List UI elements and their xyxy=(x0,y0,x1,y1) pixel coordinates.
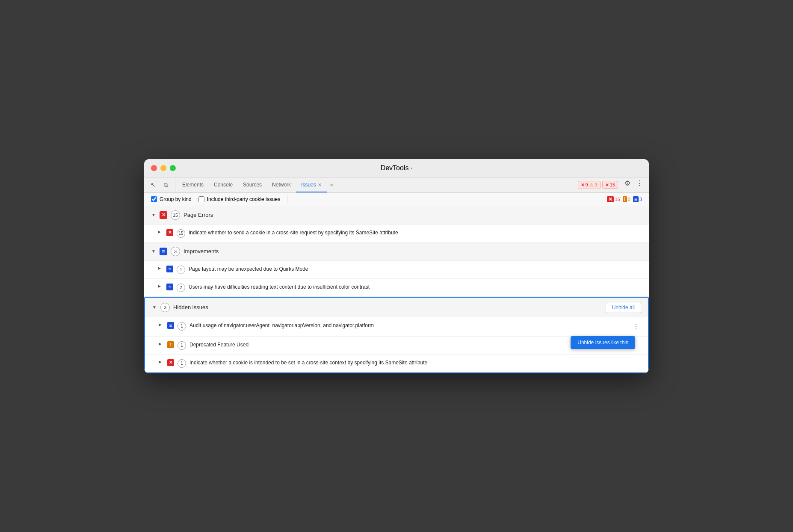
toolbar-icons: ↖ ⧉ xyxy=(148,177,175,192)
title-bar: DevTools · xyxy=(144,159,649,177)
header-badge-group: ✕ 9 ⚠ 3 ✕ 15 xyxy=(574,177,622,192)
maximize-button[interactable] xyxy=(170,165,176,171)
tab-console[interactable]: Console xyxy=(209,177,238,192)
issues-error-icon: ✕ xyxy=(605,183,609,187)
more-tabs-button[interactable]: » xyxy=(327,177,337,192)
issue-navigator-text: Audit usage of navigator.userAgent, navi… xyxy=(189,322,627,329)
page-errors-chevron: ▼ xyxy=(151,213,156,217)
tab-sources[interactable]: Sources xyxy=(238,177,267,192)
improvements-count: 3 xyxy=(171,247,180,256)
issue-row-navigator: ▶ ≡ 1 Audit usage of navigator.userAgent… xyxy=(145,317,648,337)
tab-bar: ↖ ⧉ Elements Console Sources Network Iss… xyxy=(144,177,649,193)
issue-quirks-expand[interactable]: ▶ xyxy=(158,266,163,270)
issue-quirks-info-icon: ≡ xyxy=(166,266,173,272)
header-error-badge: ✕ 9 ⚠ 3 xyxy=(578,181,601,189)
group-by-kind-input[interactable] xyxy=(151,196,157,202)
close-button[interactable] xyxy=(151,165,157,171)
third-party-checkbox[interactable]: Include third-party cookie issues xyxy=(198,196,280,202)
opt-warn-icon: ! xyxy=(623,196,627,202)
page-errors-section-header[interactable]: ▼ ✕ 15 Page Errors xyxy=(144,206,649,225)
issue-cookie-context-text: Indicate whether a cookie is intended to… xyxy=(189,359,641,366)
issue-row-cookie-context: ▶ ✕ 1 Indicate whether a cookie is inten… xyxy=(145,355,648,372)
window-title: DevTools · xyxy=(381,164,413,172)
page-errors-count: 15 xyxy=(171,210,180,220)
improvements-section-header[interactable]: ▼ ≡ 3 Improvements xyxy=(144,242,649,261)
hidden-issues-count: 3 xyxy=(160,303,170,312)
tab-close-issues[interactable]: ✕ xyxy=(318,182,322,188)
group-by-kind-checkbox[interactable]: Group by kind xyxy=(151,196,192,202)
issue-samesite-expand[interactable]: ▶ xyxy=(158,230,163,234)
issue-navigator-info-icon: ≡ xyxy=(167,322,174,329)
tab-issues[interactable]: Issues ✕ xyxy=(296,177,327,192)
warning-icon: ⚠ xyxy=(589,182,594,188)
issue-samesite-count: 15 xyxy=(177,229,185,238)
page-errors-icon: ✕ xyxy=(160,211,167,219)
unhide-issues-like-this-tooltip[interactable]: Unhide issues like this xyxy=(571,336,635,349)
hidden-issues-title: Hidden issues xyxy=(173,304,208,310)
issue-navigator-expand[interactable]: ▶ xyxy=(159,322,164,327)
issue-cookie-context-count: 1 xyxy=(178,359,186,368)
issue-samesite-text: Indicate whether to send a cookie in a c… xyxy=(189,229,642,236)
opt-info-badge: ≡ 3 xyxy=(633,196,642,202)
issue-color-contrast-text: Users may have difficulties reading text… xyxy=(189,283,642,291)
issue-row-color-contrast: ▶ ≡ 2 Users may have difficulties readin… xyxy=(144,279,649,297)
layers-icon-button[interactable]: ⧉ xyxy=(160,179,172,190)
issue-deprecated-warn-icon: ! xyxy=(167,341,174,348)
traffic-lights xyxy=(151,165,176,171)
opt-error-icon: ✕ xyxy=(607,196,614,202)
opt-error-badge: ✕ 15 xyxy=(607,196,620,202)
issue-color-contrast-count: 2 xyxy=(177,284,185,292)
issue-row-quirks: ▶ ≡ 1 Page layout may be unexpected due … xyxy=(144,261,649,279)
issue-samesite-error-icon: ✕ xyxy=(166,229,173,236)
options-badges: ✕ 15 ! 0 ≡ 3 xyxy=(607,196,642,202)
settings-button[interactable]: ⚙ xyxy=(621,177,633,189)
issue-deprecated-count: 1 xyxy=(178,341,186,350)
hidden-issues-section: ▼ 3 Hidden issues Unhide all ▶ ≡ 1 Audit… xyxy=(144,297,649,373)
hidden-issues-section-header[interactable]: ▼ 3 Hidden issues Unhide all xyxy=(145,298,648,317)
devtools-window: DevTools · ↖ ⧉ Elements Console Sources … xyxy=(144,159,649,373)
page-errors-title: Page Errors xyxy=(183,212,213,218)
tab-spacer xyxy=(336,177,574,192)
issue-color-contrast-info-icon: ≡ xyxy=(166,284,173,290)
issue-deprecated-expand[interactable]: ▶ xyxy=(159,342,164,346)
cursor-icon-button[interactable]: ↖ xyxy=(148,179,159,190)
minimize-button[interactable] xyxy=(160,165,166,171)
issue-quirks-count: 1 xyxy=(177,266,185,274)
opt-info-icon: ≡ xyxy=(633,196,639,202)
opt-warn-badge: ! 0 xyxy=(623,196,630,202)
third-party-input[interactable] xyxy=(198,196,204,202)
options-bar: Group by kind Include third-party cookie… xyxy=(144,193,649,206)
tab-elements[interactable]: Elements xyxy=(177,177,209,192)
issue-cookie-context-error-icon: ✕ xyxy=(167,359,174,366)
main-content: ▼ ✕ 15 Page Errors ▶ ✕ 15 Indicate wheth… xyxy=(144,206,649,373)
hidden-issues-chevron: ▼ xyxy=(152,305,157,310)
issue-row-samesite: ▶ ✕ 15 Indicate whether to send a cookie… xyxy=(144,225,649,242)
issue-cookie-context-expand[interactable]: ▶ xyxy=(159,360,164,364)
improvements-chevron: ▼ xyxy=(151,249,156,254)
options-divider xyxy=(287,195,287,203)
issue-navigator-count: 1 xyxy=(178,322,186,331)
unhide-all-button[interactable]: Unhide all xyxy=(606,302,641,313)
more-options-button[interactable]: ⋮ xyxy=(633,177,645,189)
issue-quirks-text: Page layout may be unexpected due to Qui… xyxy=(189,265,642,273)
issue-navigator-more-button[interactable]: ⋮ xyxy=(631,322,641,332)
issue-color-contrast-expand[interactable]: ▶ xyxy=(158,284,163,288)
header-issues-count-badge: ✕ 15 xyxy=(602,181,618,189)
tab-network[interactable]: Network xyxy=(267,177,296,192)
improvements-icon: ≡ xyxy=(160,248,167,255)
improvements-title: Improvements xyxy=(183,248,219,254)
error-icon: ✕ xyxy=(581,183,584,187)
